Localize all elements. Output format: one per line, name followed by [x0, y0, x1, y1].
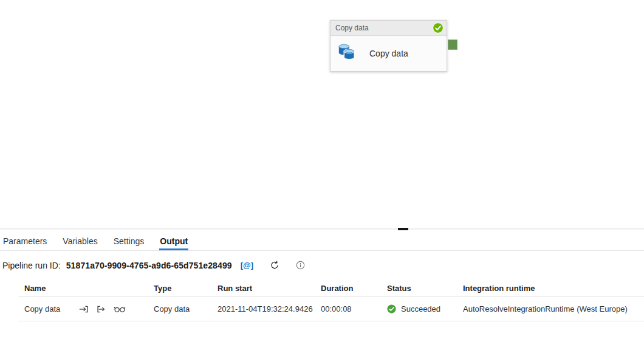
tab-parameters[interactable]: Parameters — [2, 236, 47, 250]
bottom-panel: Parameters Variables Settings Output Pip… — [0, 228, 644, 339]
consumption-icon[interactable]: [@] — [241, 261, 253, 270]
table-header-row: Name Type Run start Duration Status Inte… — [18, 279, 644, 297]
pipeline-canvas[interactable]: Copy data — [0, 0, 644, 228]
cell-duration: 00:00:08 — [315, 297, 381, 321]
header-run-start: Run start — [211, 279, 315, 296]
pipeline-run-id-label: Pipeline run ID: — [2, 261, 61, 270]
activity-card-header: Copy data — [331, 21, 447, 36]
cell-name: Copy data — [18, 297, 148, 321]
activity-output-connector[interactable] — [448, 39, 457, 50]
copy-data-icon — [337, 43, 357, 64]
tab-settings[interactable]: Settings — [113, 236, 145, 250]
cell-type: Copy data — [148, 297, 211, 321]
activity-label: Copy data — [369, 49, 408, 58]
header-integration-runtime: Integration runtime — [457, 279, 644, 296]
copy-data-activity-card[interactable]: Copy data — [330, 20, 447, 72]
info-icon[interactable] — [296, 261, 305, 270]
activity-run-name: Copy data — [24, 304, 60, 313]
activity-success-icon — [433, 22, 444, 33]
status-text: Succeeded — [401, 304, 440, 313]
cell-run-start: 2021-11-04T19:32:24.9426 — [211, 297, 315, 321]
tab-bar: Parameters Variables Settings Output — [0, 230, 644, 251]
header-duration: Duration — [315, 279, 381, 296]
header-name: Name — [18, 279, 148, 296]
adf-pipeline-debug-view: Copy data — [0, 0, 644, 339]
row-action-icons — [78, 304, 126, 314]
header-type: Type — [148, 279, 211, 296]
input-icon[interactable] — [78, 304, 89, 314]
output-icon[interactable] — [96, 304, 107, 314]
cell-status: Succeeded — [381, 297, 457, 321]
tab-variables[interactable]: Variables — [62, 236, 98, 250]
tab-output[interactable]: Output — [159, 236, 188, 250]
details-icon[interactable] — [114, 304, 126, 313]
pipeline-run-id-value: 51871a70-9909-4765-a9d6-65d751e28499 — [66, 261, 232, 270]
panel-resize-handle[interactable] — [398, 228, 408, 230]
activity-card-body: Copy data — [331, 36, 447, 71]
table-row: Copy data — [18, 297, 644, 321]
succeeded-check-icon — [387, 304, 396, 313]
header-status: Status — [381, 279, 457, 296]
pipeline-run-info: Pipeline run ID: 51871a70-9909-4765-a9d6… — [2, 260, 644, 270]
activity-title: Copy data — [335, 24, 433, 32]
activity-runs-table: Name Type Run start Duration Status Inte… — [18, 279, 644, 321]
cell-integration-runtime: AutoResolveIntegrationRuntime (West Euro… — [457, 297, 644, 321]
activity-node: Copy data — [330, 20, 447, 72]
refresh-icon[interactable] — [270, 260, 280, 270]
